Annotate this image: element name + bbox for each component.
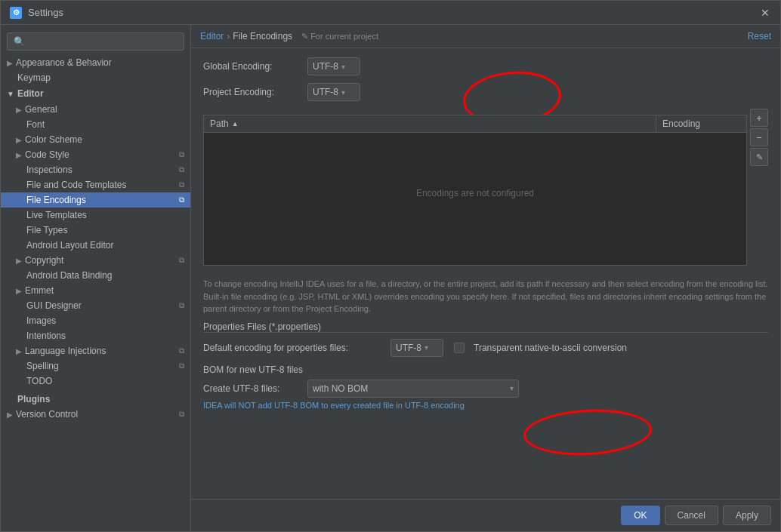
sidebar-item-label: GUI Designer: [16, 300, 82, 311]
project-encoding-dropdown[interactable]: UTF-8 ▾: [307, 83, 360, 101]
sidebar-item-appearance[interactable]: ▶ Appearance & Behavior: [1, 55, 190, 70]
arrow-icon: ▼: [7, 90, 14, 98]
sidebar-item-code-style[interactable]: ▶ Code Style ⧉: [1, 147, 190, 162]
sidebar-item-editor[interactable]: ▼ Editor: [1, 85, 190, 102]
sidebar-item-label: Emmet: [25, 285, 54, 296]
sidebar-item-general[interactable]: ▶ General: [1, 102, 190, 117]
sidebar-item-label: Version Control: [16, 409, 78, 420]
copy-icon: ⧉: [179, 410, 184, 419]
sidebar-item-spelling[interactable]: Spelling ⧉: [1, 358, 190, 374]
table-header: Path ▲ Encoding: [204, 115, 746, 133]
search-input[interactable]: [28, 36, 178, 47]
breadcrumb-separator: ›: [227, 31, 230, 42]
idea-note: IDEA will NOT add UTF-8 BOM to every cre…: [203, 401, 768, 410]
sidebar-item-label: Font: [16, 119, 45, 130]
panel-body: Global Encoding: UTF-8 ▾ Project Encodin…: [191, 48, 780, 499]
create-utf8-dropdown[interactable]: with NO BOM ▾: [307, 380, 519, 398]
sidebar-item-gui-designer[interactable]: GUI Designer ⧉: [1, 298, 190, 313]
sidebar-item-intentions[interactable]: Intentions: [1, 328, 190, 343]
ok-button[interactable]: OK: [621, 506, 659, 525]
sidebar-item-label: File Types: [16, 225, 67, 235]
app-icon: ⚙: [10, 7, 22, 19]
for-current-project: ✎ For current project: [301, 32, 378, 42]
sidebar-item-copyright[interactable]: ▶ Copyright ⧉: [1, 253, 190, 268]
table-empty-message: Encodings are not configured: [204, 133, 746, 254]
sidebar-item-file-encodings[interactable]: File Encodings ⧉: [1, 192, 190, 208]
sidebar-item-font[interactable]: Font: [1, 117, 190, 132]
sidebar-item-label: Images: [16, 315, 56, 326]
path-column-header[interactable]: Path ▲: [204, 115, 656, 132]
project-encoding-label: Project Encoding:: [203, 87, 301, 97]
sidebar-item-emmet[interactable]: ▶ Emmet: [1, 283, 190, 298]
arrow-icon: ▶: [7, 59, 13, 67]
sidebar-item-keymap[interactable]: Keymap: [1, 70, 190, 85]
panel-header: Editor › File Encodings ✎ For current pr…: [191, 25, 780, 48]
sidebar: 🔍 ▶ Appearance & Behavior Keymap ▼ Edito…: [1, 25, 191, 531]
add-row-button[interactable]: +: [750, 109, 768, 127]
sidebar-item-android-data[interactable]: Android Data Binding: [1, 268, 190, 283]
sidebar-item-file-types[interactable]: File Types: [1, 223, 190, 238]
sidebar-item-label: Intentions: [16, 331, 66, 341]
sidebar-item-label: Plugins: [7, 394, 50, 404]
sidebar-item-inspections[interactable]: Inspections ⧉: [1, 162, 190, 177]
sidebar-item-label: Live Templates: [16, 210, 87, 220]
table-action-buttons: + − ✎: [750, 109, 768, 272]
sidebar-item-label: Language Injections: [25, 346, 106, 356]
properties-encoding-value: UTF-8: [396, 343, 421, 353]
sidebar-item-label: TODO: [16, 376, 52, 386]
sidebar-item-android-layout[interactable]: Android Layout Editor: [1, 238, 190, 253]
sidebar-item-live-templates[interactable]: Live Templates: [1, 208, 190, 223]
properties-section-title: Properties Files (*.properties): [203, 321, 321, 332]
copy-icon: ⧉: [179, 165, 184, 174]
properties-encoding-dropdown[interactable]: UTF-8 ▾: [390, 339, 443, 357]
encoding-column-header[interactable]: Encoding: [656, 115, 746, 132]
sidebar-item-label: File Encodings: [16, 195, 86, 205]
sidebar-item-label: Android Data Binding: [16, 270, 112, 281]
breadcrumb: Editor › File Encodings ✎ For current pr…: [200, 31, 378, 42]
dropdown-arrow-icon: ▾: [341, 88, 345, 97]
copy-icon: ⧉: [179, 256, 184, 265]
global-encoding-row: Global Encoding: UTF-8 ▾: [203, 57, 768, 75]
edit-row-button[interactable]: ✎: [750, 148, 768, 166]
window-title: Settings: [28, 7, 63, 18]
global-encoding-dropdown[interactable]: UTF-8 ▾: [307, 57, 360, 75]
cancel-button[interactable]: Cancel: [665, 506, 718, 525]
right-panel: Editor › File Encodings ✎ For current pr…: [191, 25, 780, 531]
arrow-icon: ▶: [7, 411, 13, 419]
bom-section: BOM for new UTF-8 files Create UTF-8 fil…: [203, 364, 768, 410]
utf8-bom-link[interactable]: UTF-8 BOM: [274, 401, 319, 410]
sidebar-item-color-scheme[interactable]: ▶ Color Scheme: [1, 132, 190, 147]
sidebar-item-language-injections[interactable]: ▶ Language Injections ⧉: [1, 343, 190, 358]
arrow-icon: ▶: [16, 287, 22, 295]
default-encoding-label: Default encoding for properties files:: [203, 343, 384, 353]
sidebar-item-label: General: [25, 104, 57, 115]
create-utf8-row: Create UTF-8 files: with NO BOM ▾: [203, 380, 768, 398]
breadcrumb-root[interactable]: Editor: [200, 31, 224, 42]
copy-icon: ⧉: [179, 150, 184, 159]
default-encoding-row: Default encoding for properties files: U…: [203, 339, 768, 357]
remove-row-button[interactable]: −: [750, 128, 768, 146]
close-button[interactable]: ✕: [759, 7, 771, 19]
search-box[interactable]: 🔍: [7, 32, 184, 51]
reset-button[interactable]: Reset: [748, 31, 771, 42]
apply-button[interactable]: Apply: [723, 506, 771, 525]
sidebar-item-file-code-templates[interactable]: File and Code Templates ⧉: [1, 177, 190, 192]
sidebar-item-todo[interactable]: TODO: [1, 374, 190, 389]
arrow-icon: ▶: [16, 257, 22, 265]
copy-icon: ⧉: [179, 195, 184, 204]
global-encoding-value: UTF-8: [313, 61, 338, 72]
dropdown-arrow-icon: ▾: [510, 384, 514, 392]
sidebar-item-version-control[interactable]: ▶ Version Control ⧉: [1, 407, 190, 422]
sort-icon: ▲: [232, 120, 239, 128]
transparent-checkbox[interactable]: [454, 343, 465, 353]
sidebar-item-label: Android Layout Editor: [16, 240, 113, 251]
copy-icon: ⧉: [179, 361, 184, 371]
sidebar-item-images[interactable]: Images: [1, 313, 190, 328]
sidebar-item-plugins[interactable]: Plugins: [1, 392, 190, 407]
dropdown-arrow-icon: ▾: [341, 63, 345, 71]
dropdown-arrow-icon: ▾: [424, 343, 428, 352]
sidebar-item-label: Copyright: [25, 255, 63, 266]
sidebar-item-label: Spelling: [16, 361, 59, 371]
sidebar-item-label: Editor: [17, 88, 44, 99]
window-controls: ✕: [759, 7, 771, 19]
